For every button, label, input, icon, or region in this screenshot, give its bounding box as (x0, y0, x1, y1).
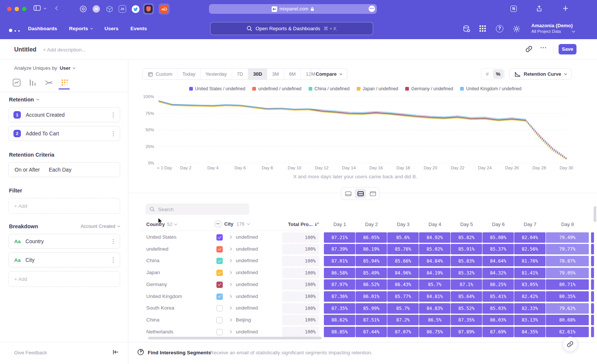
share-icon[interactable] (536, 5, 542, 12)
expand-chevron-icon[interactable] (229, 271, 232, 274)
filter-add-button[interactable]: + Add (8, 198, 120, 214)
percent-format-button[interactable]: % (493, 69, 504, 79)
range-custom[interactable]: Custom (143, 69, 177, 79)
kebab-menu-icon[interactable] (113, 133, 114, 134)
table-search[interactable] (146, 204, 249, 215)
column-header-city[interactable]: City176 (215, 221, 250, 227)
select-all-checkbox[interactable] (215, 221, 221, 227)
give-feedback-link[interactable]: Give Feedback (14, 350, 47, 355)
project-selector[interactable]: Amazonia {Demo} All Project Data (531, 23, 573, 34)
close-window-button[interactable] (7, 7, 12, 11)
compare-button[interactable]: Compare (310, 68, 347, 80)
horizontal-scrollbar[interactable] (148, 337, 322, 339)
kebab-menu-icon[interactable] (113, 241, 114, 242)
legend-item[interactable]: United States / undefined (189, 86, 246, 91)
range-30d[interactable]: 30D (248, 69, 267, 79)
row-checkbox[interactable] (216, 329, 223, 335)
step-card-added-to-cart[interactable]: 2 Added To Cart (8, 126, 120, 141)
legend-item[interactable]: China / undefined (309, 86, 350, 91)
kebab-menu-icon[interactable] (113, 260, 114, 261)
split-view-button[interactable] (355, 189, 366, 198)
vertical-scrollbar[interactable] (594, 206, 596, 222)
collapse-sidebar-icon[interactable] (113, 349, 119, 356)
apps-grid-icon[interactable] (479, 25, 487, 32)
range-3m[interactable]: 3M (267, 69, 284, 79)
range-6m[interactable]: 6M (284, 69, 300, 79)
nav-users[interactable]: Users (104, 26, 119, 31)
find-interesting-segments-link[interactable]: Find Interesting Segments (148, 350, 211, 355)
expand-chevron-icon[interactable] (229, 283, 232, 286)
address-bar[interactable]: mixpanel.com ••• (209, 4, 377, 14)
expand-chevron-icon[interactable] (229, 295, 232, 298)
extension-pocket-icon[interactable] (143, 3, 154, 15)
row-checkbox[interactable] (216, 305, 223, 311)
row-checkbox[interactable] (216, 234, 223, 241)
notion-extension-icon[interactable]: N (510, 6, 517, 12)
breakdown-card-city[interactable]: Aa City (8, 252, 120, 267)
row-checkbox[interactable] (216, 317, 223, 323)
tab-retention[interactable] (60, 78, 70, 88)
step-card-account-created[interactable]: 1 Account Created (8, 107, 120, 122)
copy-link-icon[interactable] (525, 46, 532, 54)
tab-funnels[interactable] (28, 78, 38, 88)
criteria-card[interactable]: On or After Each Day (8, 162, 120, 177)
row-checkbox[interactable] (216, 246, 223, 252)
row-checkbox[interactable] (216, 282, 223, 288)
tab-insights[interactable] (12, 78, 22, 88)
analyze-entity-select[interactable]: User (60, 65, 71, 71)
column-header-total[interactable]: Total Pro... (278, 222, 319, 227)
tab-group-chevron-icon[interactable] (44, 7, 46, 9)
zoom-window-button[interactable] (22, 7, 26, 11)
sidebar-toggle-icon[interactable] (34, 5, 41, 11)
extension-target-icon[interactable] (78, 3, 89, 15)
criteria-on-or-after[interactable]: On or After (15, 167, 40, 173)
report-title[interactable]: Untitled (14, 46, 37, 53)
expand-chevron-icon[interactable] (229, 330, 232, 333)
kebab-menu-icon[interactable] (113, 114, 114, 116)
tab-flows[interactable] (44, 78, 54, 88)
add-description[interactable]: + Add description... (43, 47, 86, 53)
legend-item[interactable]: undefined / undefined (252, 86, 301, 91)
save-button[interactable]: Save (559, 44, 576, 54)
minimize-window-button[interactable] (15, 7, 19, 11)
breakdown-add-button[interactable]: + Add (8, 271, 120, 287)
breakdown-event-select[interactable]: Account Created (81, 224, 120, 229)
new-tab-icon[interactable] (563, 6, 568, 11)
legend-item[interactable]: Germany / undefined (405, 86, 453, 91)
criteria-each-day[interactable]: Each Day (49, 167, 72, 173)
extension-codesandbox-icon[interactable] (104, 3, 115, 15)
mixpanel-logo-icon[interactable] (9, 27, 20, 34)
row-checkbox[interactable] (216, 294, 223, 300)
extension-twitter-icon[interactable] (130, 3, 141, 15)
retention-section-title[interactable]: Retention (9, 97, 39, 103)
expand-chevron-icon[interactable] (229, 259, 232, 262)
expand-chevron-icon[interactable] (229, 318, 232, 321)
legend-item[interactable]: Japan / undefined (357, 86, 398, 91)
row-checkbox[interactable] (216, 270, 223, 276)
address-more-icon[interactable]: ••• (369, 6, 375, 12)
nav-reports[interactable]: Reports (69, 26, 93, 31)
chart-only-view-button[interactable] (343, 189, 354, 198)
expand-chevron-icon[interactable] (229, 248, 232, 251)
settings-gear-icon[interactable] (513, 25, 520, 32)
extension-js-icon[interactable]: JS (117, 3, 128, 15)
nav-dashboards[interactable]: Dashboards (28, 26, 57, 31)
range-yesterday[interactable]: Yesterday (200, 69, 232, 79)
table-search-input[interactable] (158, 207, 240, 212)
data-management-icon[interactable] (463, 25, 470, 32)
extension-m-avatar-icon[interactable]: m (91, 3, 102, 15)
extension-soundcloud-icon[interactable] (159, 3, 170, 15)
chart-type-dropdown[interactable]: Retention Curve (509, 68, 572, 80)
range-today[interactable]: Today (177, 69, 200, 79)
global-search-bar[interactable]: Open Reports & Dashboards ⌘ + K (210, 22, 373, 35)
more-options-button[interactable]: ··· (540, 44, 547, 51)
nav-events[interactable]: Events (131, 26, 147, 31)
breakdown-card-country[interactable]: Aa Country (8, 234, 120, 249)
expand-chevron-icon[interactable] (229, 307, 232, 310)
retention-line-chart[interactable]: 0%25%50%75%100%< 1 DayDay 2Day 4Day 6Day… (128, 93, 582, 173)
number-format-button[interactable]: # (482, 69, 493, 79)
range-7d[interactable]: 7D (232, 69, 248, 79)
legend-item[interactable]: United Kingdom / undefined (460, 86, 521, 91)
share-link-fab[interactable] (563, 337, 578, 352)
back-button[interactable] (56, 7, 59, 10)
